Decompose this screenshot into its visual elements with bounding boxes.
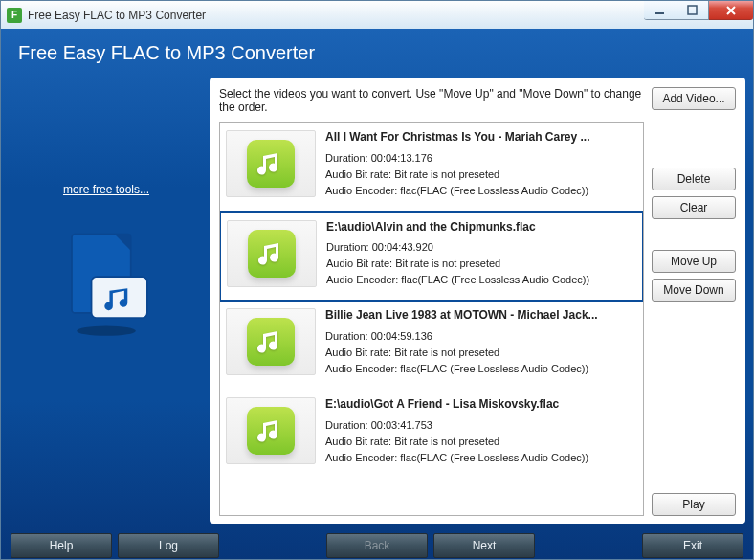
sidebar: more free tools... <box>9 78 204 524</box>
file-bitrate: Audio Bit rate: Bit rate is not preseted <box>325 345 635 361</box>
page-title: Free Easy FLAC to MP3 Converter <box>18 42 736 64</box>
file-duration: Duration: 00:04:59.136 <box>325 328 635 345</box>
exit-button[interactable]: Exit <box>642 533 743 558</box>
content-row: more free tools... Select the videos you… <box>5 78 749 524</box>
svg-rect-0 <box>655 12 664 14</box>
log-button[interactable]: Log <box>118 533 219 558</box>
file-item[interactable]: E:\audio\Alvin and the Chipmunks.flacDur… <box>219 211 644 302</box>
spacer <box>652 225 736 244</box>
file-thumbnail <box>226 308 316 375</box>
svg-point-5 <box>77 326 136 336</box>
svg-rect-4 <box>92 277 147 318</box>
file-meta: All I Want For Christmas Is You - Mariah… <box>325 128 635 199</box>
file-meta: Billie Jean Live 1983 at MOTOWN - Michae… <box>325 306 635 377</box>
file-meta: E:\audio\Got A Friend - Lisa Miskovsky.f… <box>325 395 635 466</box>
app-icon: F <box>7 8 22 23</box>
file-duration: Duration: 00:04:13.176 <box>325 150 635 167</box>
minimize-button[interactable] <box>644 1 676 20</box>
window-body: Free Easy FLAC to MP3 Converter more fre… <box>0 29 754 560</box>
move-down-button[interactable]: Move Down <box>652 279 736 302</box>
delete-button[interactable]: Delete <box>652 168 736 190</box>
file-list[interactable]: All I Want For Christmas Is You - Mariah… <box>219 122 644 516</box>
document-music-icon <box>49 216 164 350</box>
button-column: Add Video... Delete Clear Move Up Move D… <box>652 87 736 516</box>
window-controls <box>644 1 753 20</box>
file-bitrate: Audio Bit rate: Bit rate is not preseted <box>326 256 634 272</box>
close-button[interactable] <box>709 1 753 20</box>
window-title: Free Easy FLAC to MP3 Converter <box>28 9 206 22</box>
file-thumbnail <box>227 220 317 287</box>
file-name: E:\audio\Alvin and the Chipmunks.flac <box>326 218 634 236</box>
file-duration: Duration: 00:04:43.920 <box>326 239 634 256</box>
header: Free Easy FLAC to MP3 Converter <box>5 33 749 78</box>
file-name: E:\audio\Got A Friend - Lisa Miskovsky.f… <box>325 395 635 414</box>
help-button[interactable]: Help <box>11 533 112 558</box>
music-note-icon <box>248 230 296 278</box>
file-item[interactable]: Billie Jean Live 1983 at MOTOWN - Michae… <box>220 301 643 390</box>
sidebar-illustration <box>49 221 164 346</box>
file-item[interactable]: E:\audio\Got A Friend - Lisa Miskovsky.f… <box>220 390 643 479</box>
file-item[interactable]: All I Want For Christmas Is You - Mariah… <box>220 123 643 212</box>
add-video-button[interactable]: Add Video... <box>652 87 736 110</box>
file-meta: E:\audio\Alvin and the Chipmunks.flacDur… <box>326 218 634 289</box>
file-name: Billie Jean Live 1983 at MOTOWN - Michae… <box>325 306 635 325</box>
file-thumbnail <box>226 130 316 197</box>
clear-button[interactable]: Clear <box>652 196 736 219</box>
music-note-icon <box>247 140 295 188</box>
file-duration: Duration: 00:03:41.753 <box>325 417 635 434</box>
main-panel: Select the videos you want to convert. U… <box>210 78 745 524</box>
footer: Help Log Back Next Exit <box>5 524 749 560</box>
spacer <box>652 116 736 162</box>
file-bitrate: Audio Bit rate: Bit rate is not preseted <box>325 434 635 450</box>
minimize-icon <box>654 5 665 15</box>
maximize-icon <box>687 5 698 15</box>
svg-rect-1 <box>688 6 697 14</box>
next-button[interactable]: Next <box>433 533 535 558</box>
back-button[interactable]: Back <box>326 533 428 558</box>
list-column: Select the videos you want to convert. U… <box>219 87 644 516</box>
play-button[interactable]: Play <box>652 493 736 516</box>
titlebar: F Free Easy FLAC to MP3 Converter <box>0 0 754 29</box>
maximize-button[interactable] <box>676 1 709 20</box>
instruction-text: Select the videos you want to convert. U… <box>219 87 644 114</box>
file-encoder: Audio Encoder: flac(FLAC (Free Lossless … <box>325 361 635 377</box>
music-note-icon <box>247 318 295 366</box>
file-encoder: Audio Encoder: flac(FLAC (Free Lossless … <box>325 450 635 466</box>
file-thumbnail <box>226 397 316 464</box>
close-icon <box>725 5 737 16</box>
file-name: All I Want For Christmas Is You - Mariah… <box>325 128 635 146</box>
move-up-button[interactable]: Move Up <box>652 250 736 273</box>
more-tools-link[interactable]: more free tools... <box>63 183 149 196</box>
file-encoder: Audio Encoder: flac(FLAC (Free Lossless … <box>325 183 635 199</box>
spacer <box>652 307 736 487</box>
music-note-icon <box>247 407 295 455</box>
file-bitrate: Audio Bit rate: Bit rate is not preseted <box>325 167 635 183</box>
file-encoder: Audio Encoder: flac(FLAC (Free Lossless … <box>326 272 634 288</box>
